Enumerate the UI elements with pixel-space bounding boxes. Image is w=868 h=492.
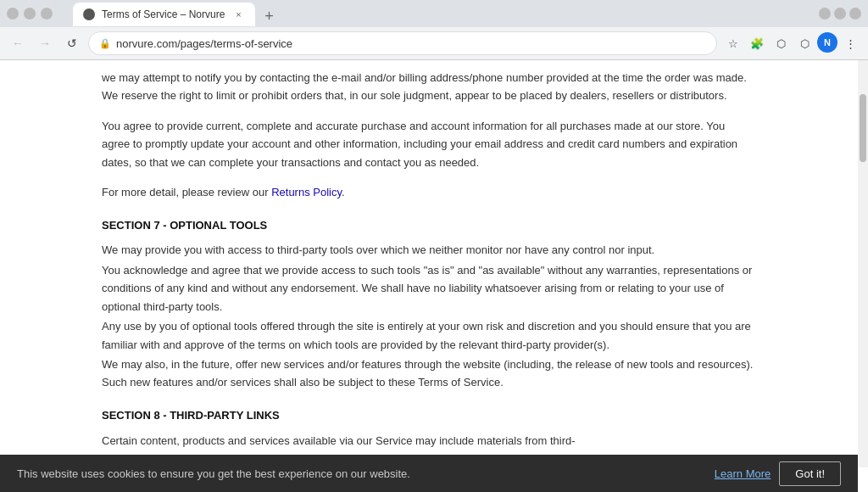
restore-window-button[interactable]: □	[834, 8, 846, 20]
browser-chrome: × – □ Terms of Service – Norvure × + — □…	[0, 0, 868, 60]
intro-paragraph-1: we may attempt to notify you by contacti…	[102, 69, 756, 105]
sync-button[interactable]: ⬡	[793, 32, 815, 54]
content-inner: we may attempt to notify you by contacti…	[0, 60, 858, 467]
new-tab-button[interactable]: +	[259, 6, 279, 26]
page-wrapper: we may attempt to notify you by contacti…	[0, 60, 868, 467]
back-button[interactable]: ←	[7, 32, 29, 54]
menu-button[interactable]: ⋮	[839, 32, 861, 54]
tab-favicon	[83, 8, 95, 20]
section7-paragraph-3: Any use by you of optional tools offered…	[102, 317, 756, 354]
section7-heading: SECTION 7 - OPTIONAL TOOLS	[102, 217, 756, 235]
tab-close-button[interactable]: ×	[231, 8, 245, 21]
minimize-window-button[interactable]: —	[819, 8, 831, 20]
returns-policy-link[interactable]: Returns Policy	[271, 186, 342, 198]
returns-paragraph: For more detail, please review our Retur…	[102, 183, 756, 201]
url-text: norvure.com/pages/terms-of-service	[116, 37, 292, 50]
cookie-got-it-button[interactable]: Got it!	[779, 461, 841, 486]
window-minimize-button[interactable]: –	[24, 8, 36, 20]
profile-button[interactable]: N	[817, 32, 837, 53]
extensions-button[interactable]: 🧩	[746, 32, 768, 54]
nav-bar: ← → ↺ 🔒 norvure.com/pages/terms-of-servi…	[0, 27, 868, 59]
cookie-banner: This website uses cookies to ensure you …	[0, 455, 858, 492]
address-bar[interactable]: 🔒 norvure.com/pages/terms-of-service	[88, 31, 717, 55]
page-content: we may attempt to notify you by contacti…	[0, 60, 858, 467]
active-tab[interactable]: Terms of Service – Norvure ×	[73, 3, 255, 26]
title-bar: × – □ Terms of Service – Norvure × + — □…	[0, 0, 868, 27]
window-close-button[interactable]: ×	[7, 8, 19, 20]
nav-icons: ☆ 🧩 ⬡ ⬡ N ⋮	[722, 32, 861, 54]
section7-paragraph-2: You acknowledge and agree that we provid…	[102, 261, 756, 316]
section8-paragraph-1: Certain content, products and services a…	[102, 432, 756, 450]
forward-button[interactable]: →	[34, 32, 56, 54]
lock-icon: 🔒	[99, 38, 111, 49]
close-window-button[interactable]: ×	[849, 8, 861, 20]
reload-button[interactable]: ↺	[61, 32, 83, 54]
scrollbar[interactable]	[858, 60, 868, 467]
intro-paragraph-2: You agree to provide current, complete a…	[102, 117, 756, 171]
cookie-learn-more-link[interactable]: Learn More	[715, 467, 771, 480]
scrollbar-thumb[interactable]	[860, 94, 866, 162]
window-maximize-button[interactable]: □	[41, 8, 53, 20]
tab-title: Terms of Service – Norvure	[102, 8, 225, 20]
bookmark-button[interactable]: ☆	[722, 32, 744, 54]
tab-bar: Terms of Service – Norvure × +	[66, 1, 286, 26]
window-controls: × – □	[7, 8, 53, 20]
cast-button[interactable]: ⬡	[770, 32, 792, 54]
section7-paragraph-4: We may also, in the future, offer new se…	[102, 355, 756, 392]
section7-paragraph-1: We may provide you with access to third-…	[102, 241, 756, 259]
section8-heading: SECTION 8 - THIRD-PARTY LINKS	[102, 407, 756, 425]
cookie-message: This website uses cookies to ensure you …	[17, 467, 706, 480]
